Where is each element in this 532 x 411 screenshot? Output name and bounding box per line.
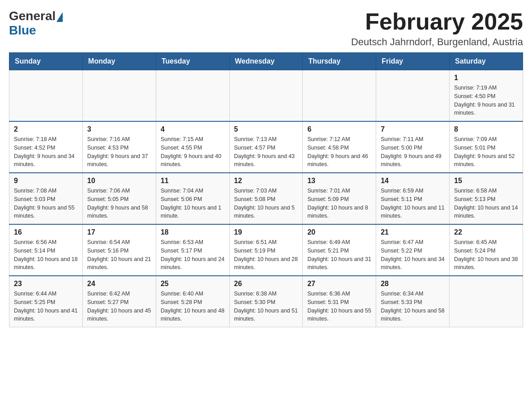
day-number: 15 xyxy=(454,177,518,185)
calendar-week-row: 2Sunrise: 7:18 AM Sunset: 4:52 PM Daylig… xyxy=(9,121,523,173)
calendar-cell xyxy=(376,70,450,122)
calendar-cell: 6Sunrise: 7:12 AM Sunset: 4:58 PM Daylig… xyxy=(303,121,376,173)
calendar-cell: 25Sunrise: 6:40 AM Sunset: 5:28 PM Dayli… xyxy=(156,276,229,327)
calendar-cell: 1Sunrise: 7:19 AM Sunset: 4:50 PM Daylig… xyxy=(450,70,523,122)
calendar-cell: 20Sunrise: 6:49 AM Sunset: 5:21 PM Dayli… xyxy=(303,224,376,276)
calendar-cell xyxy=(82,70,156,122)
calendar-cell xyxy=(9,70,83,122)
calendar-cell xyxy=(303,70,376,122)
day-number: 28 xyxy=(381,280,445,288)
day-number: 12 xyxy=(234,177,298,185)
weekday-header-monday: Monday xyxy=(82,53,156,70)
weekday-header-thursday: Thursday xyxy=(303,53,376,70)
day-number: 13 xyxy=(307,177,371,185)
calendar-cell: 9Sunrise: 7:08 AM Sunset: 5:03 PM Daylig… xyxy=(9,173,83,224)
calendar-cell: 12Sunrise: 7:03 AM Sunset: 5:08 PM Dayli… xyxy=(229,173,303,224)
weekday-header-sunday: Sunday xyxy=(9,53,83,70)
calendar-table: SundayMondayTuesdayWednesdayThursdayFrid… xyxy=(9,52,523,327)
day-info: Sunrise: 7:01 AM Sunset: 5:09 PM Dayligh… xyxy=(307,187,371,220)
day-info: Sunrise: 7:06 AM Sunset: 5:05 PM Dayligh… xyxy=(87,187,151,220)
logo-blue-text: Blue xyxy=(9,23,36,37)
day-info: Sunrise: 6:34 AM Sunset: 5:33 PM Dayligh… xyxy=(381,290,445,323)
calendar-week-row: 23Sunrise: 6:44 AM Sunset: 5:25 PM Dayli… xyxy=(9,276,523,327)
logo: General Blue xyxy=(9,9,64,38)
day-number: 7 xyxy=(381,125,445,133)
title-section: February 2025 Deutsch Jahrndorf, Burgenl… xyxy=(351,9,523,48)
logo-triangle-icon xyxy=(56,12,63,22)
day-number: 2 xyxy=(14,125,78,133)
day-number: 24 xyxy=(87,280,151,288)
day-number: 18 xyxy=(161,228,225,236)
day-info: Sunrise: 6:58 AM Sunset: 5:13 PM Dayligh… xyxy=(454,187,518,220)
day-number: 10 xyxy=(87,177,151,185)
main-title: February 2025 xyxy=(351,9,523,34)
calendar-cell xyxy=(229,70,303,122)
calendar-week-row: 1Sunrise: 7:19 AM Sunset: 4:50 PM Daylig… xyxy=(9,70,523,122)
day-number: 25 xyxy=(161,280,225,288)
day-number: 17 xyxy=(87,228,151,236)
day-number: 20 xyxy=(307,228,371,236)
calendar-cell: 14Sunrise: 6:59 AM Sunset: 5:11 PM Dayli… xyxy=(376,173,450,224)
calendar-cell: 26Sunrise: 6:38 AM Sunset: 5:30 PM Dayli… xyxy=(229,276,303,327)
day-number: 16 xyxy=(14,228,78,236)
day-number: 11 xyxy=(161,177,225,185)
calendar-cell: 22Sunrise: 6:45 AM Sunset: 5:24 PM Dayli… xyxy=(450,224,523,276)
weekday-header-wednesday: Wednesday xyxy=(229,53,303,70)
day-info: Sunrise: 6:47 AM Sunset: 5:22 PM Dayligh… xyxy=(381,238,445,272)
day-info: Sunrise: 6:42 AM Sunset: 5:27 PM Dayligh… xyxy=(87,290,151,323)
day-info: Sunrise: 7:13 AM Sunset: 4:57 PM Dayligh… xyxy=(234,135,298,169)
day-number: 19 xyxy=(234,228,298,236)
calendar-cell: 18Sunrise: 6:53 AM Sunset: 5:17 PM Dayli… xyxy=(156,224,229,276)
day-number: 4 xyxy=(161,125,225,133)
calendar-cell: 15Sunrise: 6:58 AM Sunset: 5:13 PM Dayli… xyxy=(450,173,523,224)
day-number: 23 xyxy=(14,280,78,288)
calendar-cell: 11Sunrise: 7:04 AM Sunset: 5:06 PM Dayli… xyxy=(156,173,229,224)
day-info: Sunrise: 7:16 AM Sunset: 4:53 PM Dayligh… xyxy=(87,135,151,169)
weekday-header-saturday: Saturday xyxy=(450,53,523,70)
calendar-cell: 5Sunrise: 7:13 AM Sunset: 4:57 PM Daylig… xyxy=(229,121,303,173)
day-number: 8 xyxy=(454,125,518,133)
day-info: Sunrise: 6:45 AM Sunset: 5:24 PM Dayligh… xyxy=(454,238,518,272)
day-info: Sunrise: 6:44 AM Sunset: 5:25 PM Dayligh… xyxy=(14,290,78,323)
day-number: 21 xyxy=(381,228,445,236)
calendar-week-row: 16Sunrise: 6:56 AM Sunset: 5:14 PM Dayli… xyxy=(9,224,523,276)
day-info: Sunrise: 7:15 AM Sunset: 4:55 PM Dayligh… xyxy=(161,135,225,169)
calendar-cell: 21Sunrise: 6:47 AM Sunset: 5:22 PM Dayli… xyxy=(376,224,450,276)
day-info: Sunrise: 7:04 AM Sunset: 5:06 PM Dayligh… xyxy=(161,187,225,220)
day-number: 14 xyxy=(381,177,445,185)
calendar-cell: 28Sunrise: 6:34 AM Sunset: 5:33 PM Dayli… xyxy=(376,276,450,327)
calendar-week-row: 9Sunrise: 7:08 AM Sunset: 5:03 PM Daylig… xyxy=(9,173,523,224)
calendar-cell: 16Sunrise: 6:56 AM Sunset: 5:14 PM Dayli… xyxy=(9,224,83,276)
day-info: Sunrise: 6:59 AM Sunset: 5:11 PM Dayligh… xyxy=(381,187,445,220)
day-number: 22 xyxy=(454,228,518,236)
calendar-cell: 3Sunrise: 7:16 AM Sunset: 4:53 PM Daylig… xyxy=(82,121,156,173)
weekday-header-tuesday: Tuesday xyxy=(156,53,229,70)
subtitle: Deutsch Jahrndorf, Burgenland, Austria xyxy=(351,36,523,48)
calendar-cell xyxy=(156,70,229,122)
calendar-cell: 19Sunrise: 6:51 AM Sunset: 5:19 PM Dayli… xyxy=(229,224,303,276)
day-info: Sunrise: 7:18 AM Sunset: 4:52 PM Dayligh… xyxy=(14,135,78,169)
weekday-header-row: SundayMondayTuesdayWednesdayThursdayFrid… xyxy=(9,53,523,70)
day-info: Sunrise: 6:49 AM Sunset: 5:21 PM Dayligh… xyxy=(307,238,371,272)
calendar-cell: 10Sunrise: 7:06 AM Sunset: 5:05 PM Dayli… xyxy=(82,173,156,224)
day-info: Sunrise: 7:12 AM Sunset: 4:58 PM Dayligh… xyxy=(307,135,371,169)
day-info: Sunrise: 7:09 AM Sunset: 5:01 PM Dayligh… xyxy=(454,135,518,169)
day-info: Sunrise: 7:08 AM Sunset: 5:03 PM Dayligh… xyxy=(14,187,78,220)
day-info: Sunrise: 7:19 AM Sunset: 4:50 PM Dayligh… xyxy=(454,84,518,117)
calendar-cell: 4Sunrise: 7:15 AM Sunset: 4:55 PM Daylig… xyxy=(156,121,229,173)
day-info: Sunrise: 6:51 AM Sunset: 5:19 PM Dayligh… xyxy=(234,238,298,272)
day-number: 26 xyxy=(234,280,298,288)
calendar-cell: 17Sunrise: 6:54 AM Sunset: 5:16 PM Dayli… xyxy=(82,224,156,276)
calendar-cell: 27Sunrise: 6:36 AM Sunset: 5:31 PM Dayli… xyxy=(303,276,376,327)
page-header: General Blue February 2025 Deutsch Jahrn… xyxy=(9,9,523,48)
day-number: 9 xyxy=(14,177,78,185)
day-info: Sunrise: 6:38 AM Sunset: 5:30 PM Dayligh… xyxy=(234,290,298,323)
calendar-cell: 2Sunrise: 7:18 AM Sunset: 4:52 PM Daylig… xyxy=(9,121,83,173)
day-info: Sunrise: 6:56 AM Sunset: 5:14 PM Dayligh… xyxy=(14,238,78,272)
day-number: 27 xyxy=(307,280,371,288)
calendar-cell: 24Sunrise: 6:42 AM Sunset: 5:27 PM Dayli… xyxy=(82,276,156,327)
day-info: Sunrise: 6:54 AM Sunset: 5:16 PM Dayligh… xyxy=(87,238,151,272)
calendar-cell xyxy=(450,276,523,327)
calendar-cell: 7Sunrise: 7:11 AM Sunset: 5:00 PM Daylig… xyxy=(376,121,450,173)
day-info: Sunrise: 6:53 AM Sunset: 5:17 PM Dayligh… xyxy=(161,238,225,272)
